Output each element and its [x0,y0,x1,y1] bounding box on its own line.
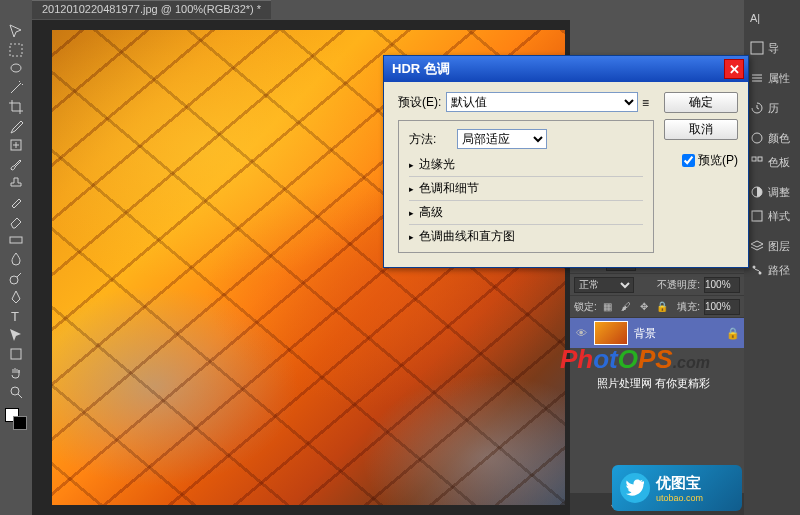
svg-point-4 [10,276,18,284]
bird-icon [620,473,650,503]
watermark-utobao: 优图宝utobao.com [612,465,742,511]
color-swatch[interactable] [5,408,27,430]
svg-text:T: T [11,309,19,324]
section-advanced[interactable]: 高级 [409,201,643,225]
svg-rect-10 [752,157,756,161]
close-icon[interactable]: ✕ [724,59,744,79]
stamp-tool-icon[interactable] [5,174,27,192]
crop-tool-icon[interactable] [5,98,27,116]
preview-checkbox[interactable]: 预览(P) [682,152,738,169]
wand-tool-icon[interactable] [5,79,27,97]
tools-palette: T [0,20,32,515]
svg-rect-11 [758,157,762,161]
pen-tool-icon[interactable] [5,288,27,306]
preview-check-input[interactable] [682,154,695,167]
blend-mode-select[interactable]: 正常 [574,277,634,293]
method-label: 方法: [409,131,453,148]
char-panel-tab[interactable]: A| [744,6,800,30]
brush-tool-icon[interactable] [5,155,27,173]
dialog-titlebar[interactable]: HDR 色调 ✕ [384,56,748,82]
svg-rect-13 [752,211,762,221]
eraser-tool-icon[interactable] [5,212,27,230]
watermark-photops: PhotOPS.com [560,344,710,375]
lock-all-icon[interactable]: 🔒 [655,300,669,314]
path-tool-icon[interactable] [5,326,27,344]
opacity-label: 不透明度: [657,278,700,292]
lock-icon: 🔒 [726,326,740,340]
type-tool-icon[interactable]: T [5,307,27,325]
ok-button[interactable]: 确定 [664,92,738,113]
fill-input[interactable] [704,299,740,315]
visibility-icon[interactable]: 👁 [574,326,588,340]
document-tab[interactable]: 2012010220481977.jpg @ 100%(RGB/32*) * [32,0,271,19]
opacity-input[interactable] [704,277,740,293]
blur-tool-icon[interactable] [5,250,27,268]
section-tone-detail[interactable]: 色调和细节 [409,177,643,201]
dodge-tool-icon[interactable] [5,269,27,287]
eyedropper-tool-icon[interactable] [5,117,27,135]
lock-pos-icon[interactable]: ✥ [637,300,651,314]
hdr-dialog: HDR 色调 ✕ 预设(E): 默认值 ≡ 方法: 局部适应 边缘光 色调和细节… [383,55,749,268]
marquee-tool-icon[interactable] [5,41,27,59]
gradient-tool-icon[interactable] [5,231,27,249]
lock-trans-icon[interactable]: ▦ [601,300,615,314]
svg-rect-8 [751,42,763,54]
svg-point-7 [11,387,19,395]
shape-tool-icon[interactable] [5,345,27,363]
cancel-button[interactable]: 取消 [664,119,738,140]
lock-pixel-icon[interactable]: 🖌 [619,300,633,314]
svg-point-1 [11,64,21,72]
swatches-panel-tab[interactable]: 色板 [744,150,800,174]
heal-tool-icon[interactable] [5,136,27,154]
zoom-tool-icon[interactable] [5,383,27,401]
styles-panel-tab[interactable]: 样式 [744,204,800,228]
svg-point-9 [752,133,762,143]
watermark-photops-sub: 照片处理网 有你更精彩 [597,376,710,391]
move-tool-icon[interactable] [5,22,27,40]
nav-panel-tab[interactable]: 导 [744,36,800,60]
adjust-panel-tab[interactable]: 调整 [744,180,800,204]
svg-rect-6 [11,349,21,359]
layer-name: 背景 [634,326,656,341]
history-brush-icon[interactable] [5,193,27,211]
paths-panel-tab[interactable]: 路径 [744,258,800,282]
history-panel-tab[interactable]: 历 [744,96,800,120]
right-panel-dock: A| 导 属性 历 颜色 色板 调整 样式 图层 路径 [744,0,800,515]
method-select[interactable]: 局部适应 [457,129,547,149]
preset-menu-icon[interactable]: ≡ [642,96,654,108]
preset-label: 预设(E): [398,94,442,111]
layer-thumbnail[interactable] [594,321,628,345]
svg-rect-3 [10,237,22,243]
dialog-title: HDR 色调 [392,60,450,78]
color-panel-tab[interactable]: 颜色 [744,126,800,150]
fill-label: 填充: [677,300,700,314]
hand-tool-icon[interactable] [5,364,27,382]
section-curve-histogram[interactable]: 色调曲线和直方图 [409,225,643,248]
svg-rect-0 [10,44,22,56]
section-edge-glow[interactable]: 边缘光 [409,153,643,177]
layers-panel-tab[interactable]: 图层 [744,234,800,258]
preset-select[interactable]: 默认值 [446,92,638,112]
props-panel-tab[interactable]: 属性 [744,66,800,90]
lasso-tool-icon[interactable] [5,60,27,78]
lock-label: 锁定: [574,300,597,314]
